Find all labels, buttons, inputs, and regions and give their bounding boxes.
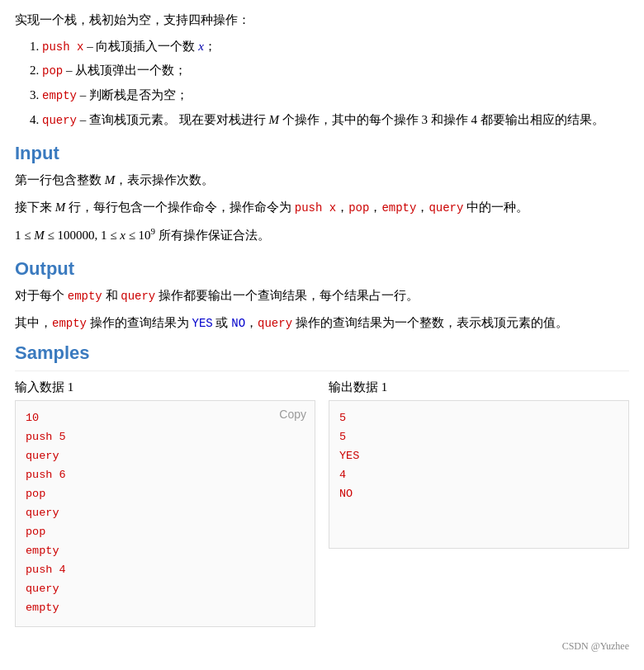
kw-no: NO	[231, 317, 245, 330]
constraint-text: 1 ≤	[15, 229, 34, 242]
kw-query-4: query	[258, 317, 292, 330]
var-x: x	[198, 40, 204, 53]
item-end-query: 个操作，其中的每个操作 3 和操作 4 都要输出相应的结果。	[279, 113, 604, 126]
input-line1-post: ，表示操作次数。	[115, 173, 214, 186]
item-num-pop: 2.	[30, 64, 42, 77]
footer-credit: CSDN @Yuzhee	[15, 640, 629, 653]
samples-section: Samples 输入数据 1 Copy 10push 5querypush 6p…	[15, 342, 629, 626]
item-num-empty: 3.	[30, 88, 42, 101]
sample-input-box: Copy 10push 5querypush 6popquerypopempty…	[15, 400, 315, 626]
output-line2-mid1: 操作的查询结果为	[87, 316, 192, 329]
list-item-pop: 2. pop – 从栈顶弹出一个数；	[30, 60, 629, 82]
kw-query: query	[42, 114, 77, 127]
item-dash-query: – 查询栈顶元素。 现在要对栈进行	[77, 113, 269, 126]
item-num: 1.	[30, 40, 42, 53]
input-line2-pre: 接下来	[15, 201, 55, 214]
var-m-3: M	[34, 229, 45, 242]
sep1: ，	[336, 201, 348, 214]
kw-empty-4: empty	[52, 317, 87, 330]
kw-push-2: push x	[295, 201, 336, 215]
output-line1-pre: 对于每个	[15, 289, 68, 302]
input-line2-post: 中的一种。	[463, 201, 528, 214]
kw-query-2: query	[429, 201, 463, 215]
kw-empty-2: empty	[381, 201, 416, 215]
output-title: Output	[15, 258, 629, 280]
constraint-end: ≤ 109 所有操作保证合法。	[125, 229, 270, 242]
item-end-push: ；	[204, 40, 216, 53]
output-line1: 对于每个 empty 和 query 操作都要输出一个查询结果，每个结果占一行。	[15, 285, 629, 307]
sample-output-col: 输出数据 1 55YES4NO	[329, 380, 629, 626]
sample-output-code: 55YES4NO	[339, 409, 618, 504]
var-m-2: M	[55, 201, 66, 214]
var-x-2: x	[120, 229, 125, 242]
input-line1-pre: 第一行包含整数	[15, 173, 105, 186]
input-line3: 1 ≤ M ≤ 100000, 1 ≤ x ≤ 109 所有操作保证合法。	[15, 224, 629, 247]
item-dash-pop: – 从栈顶弹出一个数；	[63, 64, 187, 77]
sep3: ，	[416, 201, 429, 214]
var-m-1: M	[105, 173, 116, 186]
item-dash-empty: – 判断栈是否为空；	[77, 88, 188, 101]
constraint-mid: ≤ 100000, 1 ≤	[45, 229, 120, 242]
kw-push: push x	[42, 40, 83, 54]
samples-title: Samples	[15, 342, 629, 364]
list-item-query: 4. query – 查询栈顶元素。 现在要对栈进行 M 个操作，其中的每个操作…	[30, 110, 629, 131]
input-line2-mid: 行，每行包含一个操作命令，操作命令为	[65, 201, 295, 214]
sample-output-label: 输出数据 1	[329, 380, 629, 395]
output-line1-post: 操作都要输出一个查询结果，每个结果占一行。	[155, 289, 419, 302]
output-line2-or: 或	[213, 316, 232, 329]
output-line2-sep: ，	[245, 316, 258, 329]
list-item-push: 1. push x – 向栈顶插入一个数 x；	[30, 36, 629, 58]
samples-divider	[15, 370, 629, 371]
sample-input-col: 输入数据 1 Copy 10push 5querypush 6popqueryp…	[15, 380, 315, 626]
kw-query-3: query	[121, 290, 155, 303]
samples-row: 输入数据 1 Copy 10push 5querypush 6popqueryp…	[15, 380, 629, 626]
output-line1-mid: 和	[102, 289, 121, 302]
var-m-intro: M	[269, 113, 280, 126]
output-line2-pre: 其中，	[15, 316, 52, 329]
sample-input-label: 输入数据 1	[15, 380, 315, 395]
kw-yes: YES	[192, 317, 213, 330]
item-num-query: 4.	[30, 113, 42, 126]
input-line2: 接下来 M 行，每行包含一个操作命令，操作命令为 push x，pop，empt…	[15, 196, 629, 219]
copy-button[interactable]: Copy	[279, 408, 306, 421]
sample-input-code: 10push 5querypush 6popquerypopemptypush …	[26, 409, 305, 617]
item-dash-push: – 向栈顶插入一个数	[83, 40, 198, 53]
sample-output-box: 55YES4NO	[329, 400, 629, 549]
kw-pop-2: pop	[348, 201, 369, 215]
output-line2-post: 操作的查询结果为一个整数，表示栈顶元素的值。	[292, 316, 568, 329]
list-item-empty: 3. empty – 判断栈是否为空；	[30, 85, 629, 106]
input-line1: 第一行包含整数 M，表示操作次数。	[15, 169, 629, 191]
input-title: Input	[15, 143, 629, 164]
intro-list: 1. push x – 向栈顶插入一个数 x； 2. pop – 从栈顶弹出一个…	[30, 36, 629, 131]
kw-empty-3: empty	[68, 290, 102, 303]
kw-pop: pop	[42, 64, 63, 78]
sep2: ，	[369, 201, 381, 214]
intro-opening: 实现一个栈，栈初始为空，支持四种操作：	[15, 10, 629, 31]
kw-empty: empty	[42, 89, 77, 102]
output-line2: 其中，empty 操作的查询结果为 YES 或 NO，query 操作的查询结果…	[15, 312, 629, 334]
